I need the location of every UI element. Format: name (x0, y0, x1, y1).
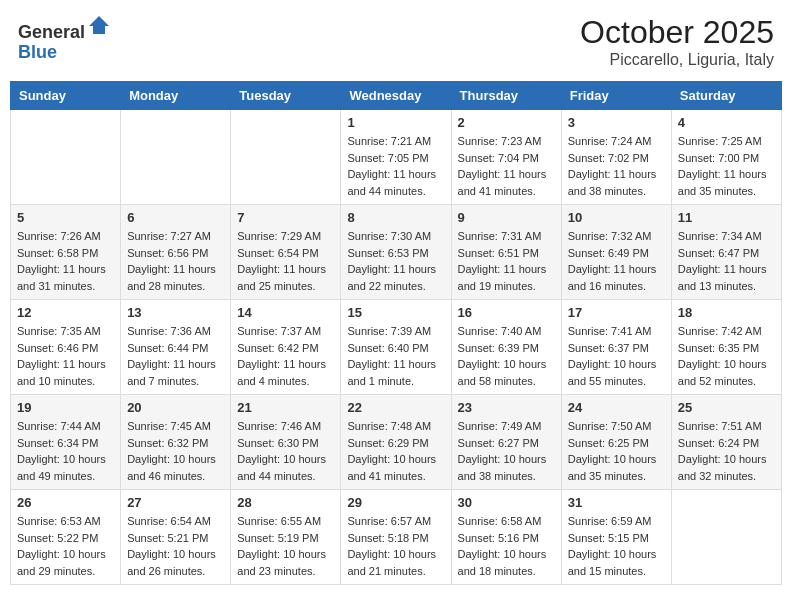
sunset-text: Sunset: 6:58 PM (17, 247, 98, 259)
day-of-week-header: Sunday (11, 82, 121, 110)
sunset-text: Sunset: 6:42 PM (237, 342, 318, 354)
calendar-week-row: 12Sunrise: 7:35 AMSunset: 6:46 PMDayligh… (11, 300, 782, 395)
calendar-day-cell: 26Sunrise: 6:53 AMSunset: 5:22 PMDayligh… (11, 490, 121, 585)
day-number: 18 (678, 305, 775, 320)
day-number: 5 (17, 210, 114, 225)
logo-general: General (18, 22, 85, 42)
day-number: 7 (237, 210, 334, 225)
day-info: Sunrise: 7:42 AMSunset: 6:35 PMDaylight:… (678, 323, 775, 389)
daylight-text: Daylight: 11 hours and 4 minutes. (237, 358, 326, 387)
sunset-text: Sunset: 6:39 PM (458, 342, 539, 354)
day-number: 30 (458, 495, 555, 510)
sunrise-text: Sunrise: 7:41 AM (568, 325, 652, 337)
calendar-day-cell: 17Sunrise: 7:41 AMSunset: 6:37 PMDayligh… (561, 300, 671, 395)
daylight-text: Daylight: 10 hours and 55 minutes. (568, 358, 657, 387)
day-info: Sunrise: 7:51 AMSunset: 6:24 PMDaylight:… (678, 418, 775, 484)
day-number: 23 (458, 400, 555, 415)
daylight-text: Daylight: 11 hours and 38 minutes. (568, 168, 657, 197)
sunrise-text: Sunrise: 6:57 AM (347, 515, 431, 527)
day-number: 9 (458, 210, 555, 225)
sunrise-text: Sunrise: 7:26 AM (17, 230, 101, 242)
sunset-text: Sunset: 6:30 PM (237, 437, 318, 449)
calendar-day-cell: 13Sunrise: 7:36 AMSunset: 6:44 PMDayligh… (121, 300, 231, 395)
day-info: Sunrise: 7:23 AMSunset: 7:04 PMDaylight:… (458, 133, 555, 199)
daylight-text: Daylight: 10 hours and 49 minutes. (17, 453, 106, 482)
calendar-day-cell (671, 490, 781, 585)
calendar-day-cell (231, 110, 341, 205)
sunrise-text: Sunrise: 7:51 AM (678, 420, 762, 432)
sunset-text: Sunset: 6:49 PM (568, 247, 649, 259)
daylight-text: Daylight: 10 hours and 35 minutes. (568, 453, 657, 482)
calendar-day-cell: 10Sunrise: 7:32 AMSunset: 6:49 PMDayligh… (561, 205, 671, 300)
sunrise-text: Sunrise: 6:58 AM (458, 515, 542, 527)
sunrise-text: Sunrise: 7:48 AM (347, 420, 431, 432)
day-info: Sunrise: 7:50 AMSunset: 6:25 PMDaylight:… (568, 418, 665, 484)
logo-icon (87, 14, 111, 38)
day-number: 13 (127, 305, 224, 320)
day-info: Sunrise: 6:59 AMSunset: 5:15 PMDaylight:… (568, 513, 665, 579)
calendar-title: October 2025 (580, 14, 774, 51)
daylight-text: Daylight: 11 hours and 1 minute. (347, 358, 436, 387)
day-of-week-header: Wednesday (341, 82, 451, 110)
sunset-text: Sunset: 7:02 PM (568, 152, 649, 164)
sunrise-text: Sunrise: 7:23 AM (458, 135, 542, 147)
sunset-text: Sunset: 6:24 PM (678, 437, 759, 449)
sunset-text: Sunset: 5:19 PM (237, 532, 318, 544)
day-number: 6 (127, 210, 224, 225)
calendar-day-cell: 25Sunrise: 7:51 AMSunset: 6:24 PMDayligh… (671, 395, 781, 490)
sunset-text: Sunset: 6:47 PM (678, 247, 759, 259)
logo-blue: Blue (18, 42, 57, 62)
calendar-day-cell: 30Sunrise: 6:58 AMSunset: 5:16 PMDayligh… (451, 490, 561, 585)
sunrise-text: Sunrise: 6:54 AM (127, 515, 211, 527)
page-header: General Blue October 2025 Piccarello, Li… (10, 10, 782, 73)
daylight-text: Daylight: 11 hours and 19 minutes. (458, 263, 547, 292)
daylight-text: Daylight: 11 hours and 25 minutes. (237, 263, 326, 292)
day-number: 29 (347, 495, 444, 510)
calendar-day-cell: 21Sunrise: 7:46 AMSunset: 6:30 PMDayligh… (231, 395, 341, 490)
day-number: 25 (678, 400, 775, 415)
day-of-week-header: Saturday (671, 82, 781, 110)
sunset-text: Sunset: 5:18 PM (347, 532, 428, 544)
sunrise-text: Sunrise: 7:30 AM (347, 230, 431, 242)
calendar-header-row: SundayMondayTuesdayWednesdayThursdayFrid… (11, 82, 782, 110)
sunrise-text: Sunrise: 6:53 AM (17, 515, 101, 527)
day-info: Sunrise: 7:44 AMSunset: 6:34 PMDaylight:… (17, 418, 114, 484)
day-number: 19 (17, 400, 114, 415)
calendar-day-cell: 19Sunrise: 7:44 AMSunset: 6:34 PMDayligh… (11, 395, 121, 490)
calendar-day-cell: 11Sunrise: 7:34 AMSunset: 6:47 PMDayligh… (671, 205, 781, 300)
daylight-text: Daylight: 10 hours and 46 minutes. (127, 453, 216, 482)
sunrise-text: Sunrise: 7:21 AM (347, 135, 431, 147)
day-info: Sunrise: 7:34 AMSunset: 6:47 PMDaylight:… (678, 228, 775, 294)
day-number: 10 (568, 210, 665, 225)
day-number: 11 (678, 210, 775, 225)
calendar-day-cell: 14Sunrise: 7:37 AMSunset: 6:42 PMDayligh… (231, 300, 341, 395)
sunset-text: Sunset: 6:27 PM (458, 437, 539, 449)
day-info: Sunrise: 7:41 AMSunset: 6:37 PMDaylight:… (568, 323, 665, 389)
calendar-day-cell: 22Sunrise: 7:48 AMSunset: 6:29 PMDayligh… (341, 395, 451, 490)
sunrise-text: Sunrise: 7:31 AM (458, 230, 542, 242)
sunset-text: Sunset: 6:53 PM (347, 247, 428, 259)
sunset-text: Sunset: 6:54 PM (237, 247, 318, 259)
day-info: Sunrise: 7:48 AMSunset: 6:29 PMDaylight:… (347, 418, 444, 484)
day-info: Sunrise: 7:35 AMSunset: 6:46 PMDaylight:… (17, 323, 114, 389)
daylight-text: Daylight: 11 hours and 10 minutes. (17, 358, 106, 387)
sunset-text: Sunset: 6:51 PM (458, 247, 539, 259)
day-number: 8 (347, 210, 444, 225)
day-info: Sunrise: 7:26 AMSunset: 6:58 PMDaylight:… (17, 228, 114, 294)
day-number: 3 (568, 115, 665, 130)
day-info: Sunrise: 7:21 AMSunset: 7:05 PMDaylight:… (347, 133, 444, 199)
day-of-week-header: Thursday (451, 82, 561, 110)
day-info: Sunrise: 7:49 AMSunset: 6:27 PMDaylight:… (458, 418, 555, 484)
calendar-day-cell: 18Sunrise: 7:42 AMSunset: 6:35 PMDayligh… (671, 300, 781, 395)
day-number: 21 (237, 400, 334, 415)
svg-marker-0 (89, 16, 109, 34)
daylight-text: Daylight: 10 hours and 15 minutes. (568, 548, 657, 577)
day-info: Sunrise: 7:39 AMSunset: 6:40 PMDaylight:… (347, 323, 444, 389)
calendar-day-cell: 23Sunrise: 7:49 AMSunset: 6:27 PMDayligh… (451, 395, 561, 490)
day-info: Sunrise: 7:36 AMSunset: 6:44 PMDaylight:… (127, 323, 224, 389)
daylight-text: Daylight: 10 hours and 21 minutes. (347, 548, 436, 577)
day-info: Sunrise: 7:25 AMSunset: 7:00 PMDaylight:… (678, 133, 775, 199)
calendar-day-cell: 6Sunrise: 7:27 AMSunset: 6:56 PMDaylight… (121, 205, 231, 300)
calendar-day-cell: 24Sunrise: 7:50 AMSunset: 6:25 PMDayligh… (561, 395, 671, 490)
day-number: 16 (458, 305, 555, 320)
